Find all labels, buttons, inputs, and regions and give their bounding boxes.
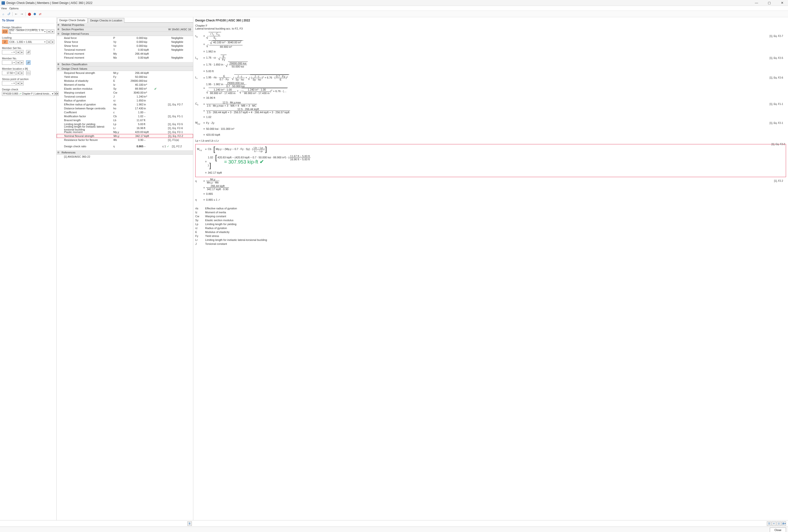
data-row: Plastic momentMp,y420.83kipft[1], Eq. F2… <box>57 130 193 134</box>
glossary-row: EModulus of elasticity <box>195 230 786 234</box>
section-vals: Design Check Values <box>62 67 87 70</box>
mloc-dim-icon[interactable]: x|xs <box>26 71 31 75</box>
mloc-next-button[interactable]: ▸ <box>20 71 24 75</box>
rp-print-icon[interactable]: 🖶▾ <box>782 521 786 526</box>
stress-next-button[interactable]: ▸ <box>20 81 24 85</box>
member-loc-label: Member location x [ft] <box>2 67 55 70</box>
stress-label: Stress point of section <box>2 78 55 81</box>
data-row: Nominal flexural strengthMn,y342.17kipft… <box>57 134 193 138</box>
tool-render-icon[interactable]: ⬢ <box>33 12 37 16</box>
window-title: Design Check Details | Members | Steel D… <box>6 1 752 5</box>
design-situation-label: Design Situation <box>2 26 55 29</box>
close-button[interactable]: Close <box>770 528 786 532</box>
glossary-row: JTorsional constant <box>195 242 786 246</box>
glossary-row: SyElastic section modulus <box>195 218 786 222</box>
member-loc-input[interactable]: 17.50▾ <box>2 71 16 75</box>
data-row: Axial forceP0.000kipNegligible <box>57 36 193 40</box>
loading-badge: 2 <box>2 40 8 44</box>
right-panel: Design Check FF4100 | AISC 360 | 2022 Ch… <box>193 17 788 520</box>
rp-sub: Lateral-torsional buckling acc. to F2, F… <box>195 27 786 30</box>
glossary-row: LpLimiting length for yielding <box>195 222 786 226</box>
condition: Lp < Lb and Lb ≤ Lr <box>195 139 299 142</box>
glossary-row: LrLimiting length for inelastic lateral-… <box>195 238 786 242</box>
minimize-button[interactable]: — <box>752 1 761 5</box>
toggle-refs-icon[interactable]: ⊟ <box>58 151 60 154</box>
close-window-button[interactable]: ✕ <box>777 1 787 5</box>
loading-label: Loading <box>2 36 55 39</box>
tool-cursor-icon[interactable]: ⮰ <box>6 12 11 16</box>
data-row: Braced lengthLb11.67ft <box>57 118 193 122</box>
toolbar: ⌕ ⮰ ⇤ ⇥ ⬤ ⬢ ⇄ <box>0 11 788 17</box>
result-annotation: = 307.953 kip-ft✔ <box>224 159 264 165</box>
toggle-class-icon[interactable]: ⊞ <box>58 63 60 65</box>
stress-prev-button[interactable]: ◂ <box>16 81 20 85</box>
data-row: Modification factorCb1.02--[1], Eq. F1-1 <box>57 114 193 118</box>
maximize-button[interactable]: ▢ <box>765 1 774 5</box>
data-row: Shear forceVz0.000kipNegligible <box>57 44 193 48</box>
tool-search-icon[interactable]: ⌕ <box>1 12 5 16</box>
section-dif: Design Internal Forces <box>62 32 89 35</box>
tab-details[interactable]: Design Check Details <box>57 18 87 23</box>
tool-palette-icon[interactable]: ⬤ <box>27 12 32 16</box>
glossary-row: CwWarping constant <box>195 214 786 218</box>
mno-next-button[interactable]: ▸ <box>20 60 24 65</box>
data-row: Coefficientc1.00-- <box>57 110 193 114</box>
mn-highlight-box: Mn,y= Cb ·[Mp,y − (Mp,y − 0.7 · Fy · Sy)… <box>195 144 786 177</box>
menu-view[interactable]: View <box>1 7 7 10</box>
section-class: Section Classification <box>62 63 87 66</box>
left-header: To Show <box>2 19 55 23</box>
design-situation-badge: 2.3 <box>2 29 8 34</box>
toggle-secprop-icon[interactable]: ⊞ <box>58 28 60 31</box>
mno-pick-icon[interactable]: ⮰ <box>26 60 31 65</box>
stress-input[interactable]: -- ▾ <box>2 81 16 85</box>
ratio-row: Design check ratio η 0.865 -- ≤ 1 ✓ [1],… <box>57 144 193 148</box>
design-check-select[interactable]: FF4100 0.865 ✓ Chapter F | Lateral-torsi… <box>2 91 54 96</box>
ds-prev-button[interactable]: ◂ <box>47 29 51 34</box>
data-row: Torsional momentT0.00kipftNegligible <box>57 48 193 52</box>
member-no-label: Member No. <box>2 57 55 60</box>
menu-bar: View Options <box>0 6 788 11</box>
rp-title: Design Check FF4100 | AISC 360 | 2022 <box>195 19 786 22</box>
section-refs: References <box>62 151 75 154</box>
loading-select[interactable]: CO6 - 1.20D + 1.60L▾ <box>8 40 46 44</box>
mno-prev-button[interactable]: ◂ <box>16 60 20 65</box>
rp-tool-3-icon[interactable]: ⎙ <box>777 521 781 526</box>
rp-tool-1-icon[interactable]: ☰ <box>767 521 771 526</box>
mset-next-button[interactable]: ▸ <box>20 50 24 55</box>
tool-next-icon[interactable]: ⇥ <box>19 12 24 16</box>
data-row: Radius of gyrationrz1.650in <box>57 99 193 102</box>
rp-tool-2-icon[interactable]: ≡ <box>772 521 776 526</box>
tool-prev-icon[interactable]: ⇤ <box>14 12 18 16</box>
ds-next-button[interactable]: ▸ <box>51 29 55 34</box>
mloc-prev-button[interactable]: ◂ <box>16 71 20 75</box>
mset-prev-button[interactable]: ◂ <box>16 50 20 55</box>
toggle-dif-icon[interactable]: ⊟ <box>58 32 60 35</box>
member-no-input[interactable]: 1▾ <box>2 60 16 65</box>
dc-prev-button[interactable]: ◂ <box>55 91 56 96</box>
tool-arrows-icon[interactable]: ⇄ <box>38 12 42 16</box>
load-next-button[interactable]: ▸ <box>51 40 55 44</box>
toggle-vals-icon[interactable]: ⊟ <box>58 67 60 70</box>
ref-item: [1] ANSI/AISC 360-22 <box>57 155 193 159</box>
glossary-row: IzMoment of inertia <box>195 210 786 214</box>
glossary-row: rzRadius of gyration <box>195 226 786 230</box>
export-section-icon[interactable]: 🗎 <box>188 521 192 526</box>
left-panel: To Show Design Situation 2.3 DS2 - Secti… <box>0 17 57 520</box>
toggle-mat-icon[interactable]: ⊞ <box>58 23 60 26</box>
close-bar: Close <box>0 527 788 532</box>
check-ok-icon: ✓ <box>19 92 21 95</box>
menu-options[interactable]: Options <box>9 7 19 10</box>
data-row: Required flexural strengthMr,y266.44kipf… <box>57 71 193 75</box>
data-row: Resistance factor for flexureΦb0.90--[1]… <box>57 138 193 142</box>
data-row: Effective radius of gyrationrts1.982in[1… <box>57 102 193 106</box>
tab-location[interactable]: Design Checks in Location <box>88 18 124 23</box>
data-row: Shear forceVy0.000kipNegligible <box>57 40 193 44</box>
mset-pick-icon[interactable]: ⮰ <box>26 50 31 55</box>
data-row: Distance between flange centroidsho17.43… <box>57 106 193 110</box>
glossary-row: rtsEffective radius of gyration <box>195 206 786 210</box>
load-prev-button[interactable]: ◂ <box>47 40 51 44</box>
data-row: Warping constantCw3040.00in⁶ <box>57 91 193 95</box>
member-set-input[interactable]: -- ▾ <box>2 50 16 55</box>
design-situation-select[interactable]: DS2 - Section 2.3 (LRFD), 1. to 5.▾ <box>8 29 46 34</box>
data-row: Moment of inertiaIz40.100in⁴ <box>57 83 193 87</box>
